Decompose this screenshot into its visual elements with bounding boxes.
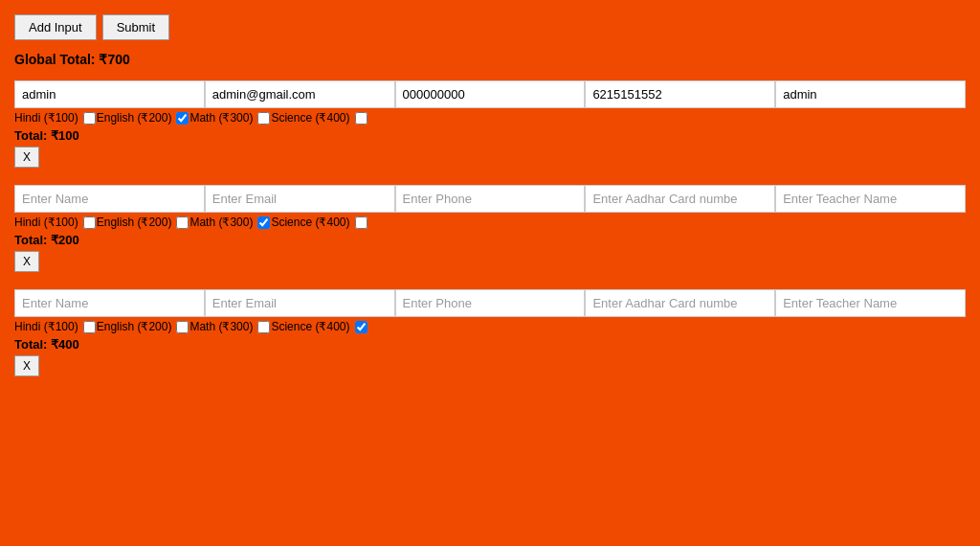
phone-input-2[interactable] xyxy=(395,185,586,213)
checkbox-3-3[interactable] xyxy=(257,321,270,333)
entry-block-3: Hindi (₹100)English (₹200)Math (₹300)Sci… xyxy=(14,289,966,376)
add-input-button[interactable]: Add Input xyxy=(14,14,97,40)
teacher-input-2[interactable] xyxy=(775,185,966,213)
remove-button-2[interactable]: X xyxy=(14,251,39,272)
entry-block-2: Hindi (₹100)English (₹200)Math (₹300)Sci… xyxy=(14,185,966,272)
checkbox-1-3[interactable] xyxy=(257,112,270,125)
aadhar-input-1[interactable] xyxy=(585,80,775,108)
checkbox-label-2-2[interactable]: English (₹200) xyxy=(97,216,190,229)
checkbox-2-2[interactable] xyxy=(176,216,189,229)
checkboxes-row-2: Hindi (₹100)English (₹200)Math (₹300)Sci… xyxy=(14,216,966,229)
checkbox-3-1[interactable] xyxy=(83,321,96,333)
checkbox-3-4[interactable] xyxy=(355,321,368,333)
remove-button-3[interactable]: X xyxy=(14,355,39,376)
checkbox-label-3-2[interactable]: English (₹200) xyxy=(97,320,190,333)
submit-button[interactable]: Submit xyxy=(102,14,169,40)
entry-total-2: Total: ₹200 xyxy=(14,233,966,247)
name-input-2[interactable] xyxy=(14,185,205,213)
teacher-input-3[interactable] xyxy=(775,289,966,317)
remove-button-1[interactable]: X xyxy=(14,147,39,168)
checkbox-1-2[interactable] xyxy=(176,112,189,125)
aadhar-input-2[interactable] xyxy=(585,185,775,213)
checkbox-2-1[interactable] xyxy=(83,216,96,229)
email-input-2[interactable] xyxy=(205,185,395,213)
checkbox-1-4[interactable] xyxy=(355,112,368,125)
checkbox-2-4[interactable] xyxy=(355,216,368,229)
entries-container: Hindi (₹100)English (₹200)Math (₹300)Sci… xyxy=(14,80,966,394)
input-row-3 xyxy=(14,289,966,317)
checkbox-label-2-4[interactable]: Science (₹400) xyxy=(271,216,368,229)
checkbox-label-3-4[interactable]: Science (₹400) xyxy=(271,320,368,333)
email-input-1[interactable] xyxy=(205,80,395,108)
toolbar: Add Input Submit xyxy=(14,14,966,40)
aadhar-input-3[interactable] xyxy=(585,289,775,317)
input-row-2 xyxy=(14,185,966,213)
teacher-input-1[interactable] xyxy=(775,80,966,108)
phone-input-3[interactable] xyxy=(395,289,586,317)
checkbox-1-1[interactable] xyxy=(83,112,96,125)
checkbox-label-1-1[interactable]: Hindi (₹100) xyxy=(14,111,97,125)
checkbox-3-2[interactable] xyxy=(176,321,189,333)
checkbox-label-3-3[interactable]: Math (₹300) xyxy=(189,320,271,333)
checkbox-label-1-4[interactable]: Science (₹400) xyxy=(271,111,368,125)
checkbox-label-2-3[interactable]: Math (₹300) xyxy=(189,216,271,229)
phone-input-1[interactable] xyxy=(395,80,586,108)
checkbox-label-1-2[interactable]: English (₹200) xyxy=(97,111,190,125)
email-input-3[interactable] xyxy=(205,289,395,317)
checkbox-label-3-1[interactable]: Hindi (₹100) xyxy=(14,320,97,333)
checkbox-label-2-1[interactable]: Hindi (₹100) xyxy=(14,216,97,229)
checkboxes-row-1: Hindi (₹100)English (₹200)Math (₹300)Sci… xyxy=(14,111,966,125)
entry-block-1: Hindi (₹100)English (₹200)Math (₹300)Sci… xyxy=(14,80,966,168)
entry-total-3: Total: ₹400 xyxy=(14,337,966,352)
name-input-3[interactable] xyxy=(14,289,205,317)
checkboxes-row-3: Hindi (₹100)English (₹200)Math (₹300)Sci… xyxy=(14,320,966,333)
checkbox-2-3[interactable] xyxy=(257,216,270,229)
input-row-1 xyxy=(14,80,966,108)
checkbox-label-1-3[interactable]: Math (₹300) xyxy=(189,111,271,125)
global-total: Global Total: ₹700 xyxy=(14,52,966,67)
name-input-1[interactable] xyxy=(14,80,205,108)
entry-total-1: Total: ₹100 xyxy=(14,128,966,143)
